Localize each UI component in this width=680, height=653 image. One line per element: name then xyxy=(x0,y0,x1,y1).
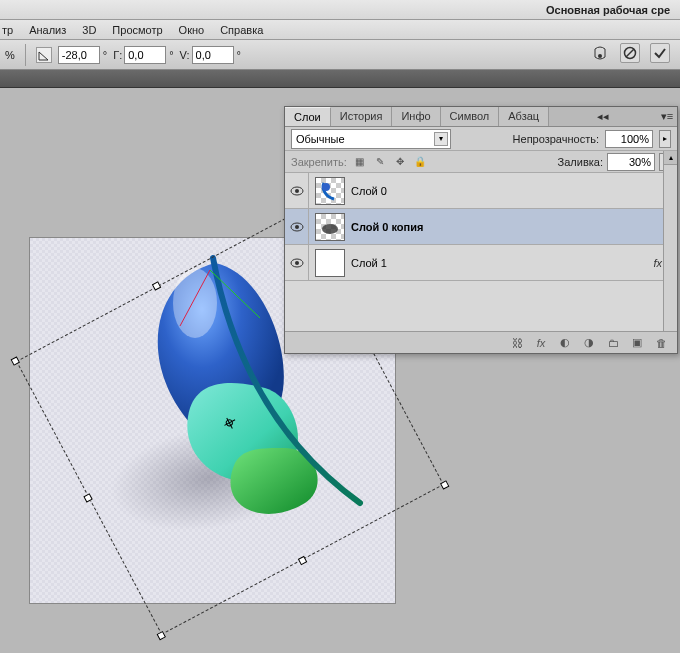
menu-view[interactable]: Просмотр xyxy=(112,24,162,36)
menu-filter-fragment[interactable]: тр xyxy=(2,24,13,36)
svg-point-5 xyxy=(295,189,299,193)
fill-input[interactable] xyxy=(607,153,655,171)
eye-icon xyxy=(290,258,304,268)
svg-point-11 xyxy=(295,261,299,265)
new-group-icon[interactable]: 🗀 xyxy=(605,335,621,351)
panel-tab-bar: Слои История Инфо Символ Абзац ◂◂ ▾≡ xyxy=(285,107,677,127)
new-layer-icon[interactable]: ▣ xyxy=(629,335,645,351)
options-right-group xyxy=(590,43,670,63)
layers-panel[interactable]: Слои История Инфо Символ Абзац ◂◂ ▾≡ Обы… xyxy=(284,106,678,354)
opacity-label: Непрозрачность: xyxy=(513,133,599,145)
app-titlebar: Основная рабочая сре xyxy=(0,0,680,20)
layer-thumbnail[interactable] xyxy=(315,249,345,277)
rotation-input[interactable] xyxy=(58,46,100,64)
options-separator xyxy=(25,44,26,66)
layer-row[interactable]: Слой 1 fx ▾ xyxy=(285,245,677,281)
layer-name[interactable]: Слой 1 xyxy=(351,257,387,269)
blend-opacity-row: Обычные ▾ Непрозрачность: ▸ xyxy=(285,127,677,151)
layer-thumbnail[interactable] xyxy=(315,213,345,241)
scroll-up-icon[interactable]: ▴ xyxy=(664,151,677,165)
layer-name[interactable]: Слой 0 xyxy=(351,185,387,197)
visibility-toggle[interactable] xyxy=(285,209,309,244)
svg-point-8 xyxy=(295,225,299,229)
layer-mask-icon[interactable]: ◐ xyxy=(557,335,573,351)
svg-point-9 xyxy=(322,224,338,234)
lock-position-icon[interactable]: ✥ xyxy=(393,155,407,169)
layer-style-icon[interactable]: fx xyxy=(533,335,549,351)
warp-mode-icon[interactable] xyxy=(590,43,610,63)
skew-v-field: V: ° xyxy=(180,46,241,64)
lock-pixels-icon[interactable]: ✎ xyxy=(373,155,387,169)
degree-symbol-h: ° xyxy=(169,49,173,61)
menu-analysis[interactable]: Анализ xyxy=(29,24,66,36)
opacity-stepper[interactable]: ▸ xyxy=(659,130,671,148)
tab-paragraph[interactable]: Абзац xyxy=(499,107,549,126)
skew-h-label: Г: xyxy=(113,49,122,61)
skew-h-input[interactable] xyxy=(124,46,166,64)
lock-all-icon[interactable]: 🔒 xyxy=(413,155,427,169)
panel-menu-icon[interactable]: ▾≡ xyxy=(657,107,677,126)
cancel-transform-button[interactable] xyxy=(620,43,640,63)
tab-character[interactable]: Символ xyxy=(441,107,500,126)
fx-text: fx xyxy=(653,257,662,269)
degree-symbol-v: ° xyxy=(237,49,241,61)
fill-label: Заливка: xyxy=(558,156,603,168)
svg-point-0 xyxy=(598,54,602,58)
panel-collapse-icon[interactable]: ◂◂ xyxy=(593,107,613,126)
layer-name[interactable]: Слой 0 копия xyxy=(351,221,423,233)
tab-history[interactable]: История xyxy=(331,107,393,126)
rotation-field: ° xyxy=(58,46,107,64)
tab-layers[interactable]: Слои xyxy=(285,107,331,126)
layer-row[interactable]: Слой 0 копия xyxy=(285,209,677,245)
commit-transform-button[interactable] xyxy=(650,43,670,63)
eye-icon xyxy=(290,222,304,232)
blend-mode-value: Обычные xyxy=(296,133,345,145)
delete-layer-icon[interactable]: 🗑 xyxy=(653,335,669,351)
menu-window[interactable]: Окно xyxy=(179,24,205,36)
blend-mode-dropdown[interactable]: Обычные ▾ xyxy=(291,129,451,149)
menu-help[interactable]: Справка xyxy=(220,24,263,36)
svg-point-6 xyxy=(322,183,330,191)
opacity-input[interactable] xyxy=(605,130,653,148)
degree-symbol: ° xyxy=(103,49,107,61)
layers-empty-area xyxy=(285,281,677,331)
eye-icon xyxy=(290,186,304,196)
chevron-down-icon: ▾ xyxy=(434,132,448,146)
lock-label: Закрепить: xyxy=(291,156,347,168)
menu-bar: тр Анализ 3D Просмотр Окно Справка xyxy=(0,20,680,40)
document-tab-strip xyxy=(0,70,680,88)
svg-line-2 xyxy=(626,49,634,57)
layer-row[interactable]: Слой 0 xyxy=(285,173,677,209)
percent-suffix: % xyxy=(5,49,15,61)
tab-info[interactable]: Инфо xyxy=(392,107,440,126)
bbox-handle-br[interactable] xyxy=(440,480,449,489)
visibility-toggle[interactable] xyxy=(285,245,309,280)
menu-3d[interactable]: 3D xyxy=(82,24,96,36)
options-bar: % ° Г: ° V: ° xyxy=(0,40,680,70)
layers-scrollbar[interactable]: ▴ xyxy=(663,151,677,331)
layers-list: Слой 0 Слой 0 копия Слой 1 fx ▾ xyxy=(285,173,677,331)
lock-transparency-icon[interactable]: ▦ xyxy=(353,155,367,169)
skew-h-field: Г: ° xyxy=(113,46,173,64)
link-layers-icon[interactable]: ⛓ xyxy=(509,335,525,351)
layers-panel-footer: ⛓ fx ◐ ◑ 🗀 ▣ 🗑 xyxy=(285,331,677,353)
layer-thumbnail[interactable] xyxy=(315,177,345,205)
visibility-toggle[interactable] xyxy=(285,173,309,208)
skew-v-label: V: xyxy=(180,49,190,61)
rotation-angle-icon[interactable] xyxy=(36,47,52,63)
adjustment-layer-icon[interactable]: ◑ xyxy=(581,335,597,351)
workspace-label[interactable]: Основная рабочая сре xyxy=(546,4,670,16)
skew-v-input[interactable] xyxy=(192,46,234,64)
lock-fill-row: Закрепить: ▦ ✎ ✥ 🔒 Заливка: ▸ xyxy=(285,151,677,173)
